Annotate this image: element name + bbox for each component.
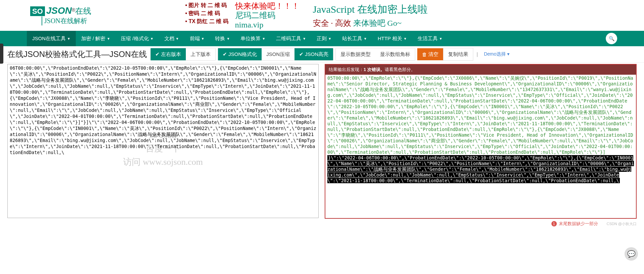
- json-highlight-button[interactable]: ✔JSON高亮: [294, 48, 333, 60]
- input-textarea[interactable]: 06T00:00:00\",\"ProbationEndDate\":\"202…: [8, 64, 318, 219]
- site-logo[interactable]: SO JSON®在线 JSON在线解析: [30, 5, 91, 25]
- nav-life[interactable]: 生活工具▼: [412, 31, 448, 46]
- caret-down-icon: ▼: [201, 37, 205, 41]
- error-count-badge: 1: [551, 221, 557, 226]
- caret-down-icon: ▼: [226, 37, 230, 41]
- slogan-l2: 尼玛二维码: [235, 11, 300, 20]
- logo-reg: ®: [72, 7, 75, 13]
- caret-down-icon: ▼: [150, 37, 154, 41]
- caret-down-icon: ▼: [67, 37, 70, 41]
- output-text[interactable]: 05T00:00:00\",\"EmpRole\":\"\"},{\"EmpCo…: [325, 75, 636, 218]
- footer-error: 1 末尾数据缺少一部分 CSDN @小狄大口: [0, 221, 644, 227]
- nav-convert[interactable]: 转换▼: [210, 31, 235, 46]
- top-banner: SO JSON®在线 JSON在线解析 图片 转 二 维 码 密码 二 维 码 …: [0, 0, 644, 31]
- search-icon: 🔍: [609, 36, 614, 41]
- banner-bullets: 图片 转 二 维 码 密码 二 维 码 TX 防红 二 维 码: [185, 1, 228, 25]
- caret-down-icon: ▼: [364, 37, 367, 41]
- caret-down-icon: ▼: [107, 37, 110, 41]
- nav-docs[interactable]: 文档▼: [159, 31, 184, 46]
- nav-encrypt[interactable]: 加密 / 解密▼: [76, 31, 115, 46]
- nav-webmaster[interactable]: 站长工具▼: [337, 31, 372, 46]
- check-icon: ✔: [155, 51, 160, 57]
- csdn-watermark: CSDN @小狄大口: [607, 221, 637, 226]
- copy-result-button[interactable]: 复制结果: [443, 48, 473, 61]
- caret-down-icon: ▾: [507, 51, 509, 57]
- caret-down-icon: ▼: [328, 37, 331, 41]
- page-title: 在线JSON校验格式化工具—JSON在线: [7, 49, 147, 60]
- nav-compress[interactable]: 压缩 /格式化▼: [115, 31, 159, 46]
- nav-qrcode[interactable]: 二维码工具▼: [271, 31, 311, 46]
- show-types-button[interactable]: 显示数据类型: [336, 48, 375, 60]
- editor-panels: so Json 百度一下 访问 www.sojson.com 06T00:00:…: [0, 63, 644, 221]
- demo-select[interactable]: Demo选择 ▾: [484, 51, 509, 57]
- logo-json: JSON: [46, 5, 72, 16]
- check-icon: ✔: [223, 51, 227, 57]
- side-drawer-handle[interactable]: [0, 44, 3, 64]
- caret-down-icon: ▼: [404, 37, 407, 41]
- caret-down-icon: ▼: [439, 37, 442, 41]
- check-icon: ✔: [299, 51, 304, 57]
- error-message: 末尾数据缺少一部分: [559, 221, 598, 227]
- show-brackets-button[interactable]: 显示数组角标: [375, 48, 415, 60]
- nav-unit[interactable]: 单位换算▼: [235, 31, 271, 46]
- banner-slogan: 快来体验吧！！！ 尼玛二维码 nima.vip: [235, 1, 300, 29]
- output-error-part: }\":\"2022-04-06T00:00:00\",\"ProbationE…: [327, 155, 634, 183]
- output-valid-part: 05T00:00:00\",\"EmpRole\":\"\"},{\"EmpCo…: [327, 75, 633, 155]
- nav-search-button[interactable]: 🔍: [606, 33, 617, 44]
- slogan-l3: nima.vip: [235, 20, 300, 29]
- banner-right-s2: 来体验吧 Go~: [351, 19, 401, 27]
- caret-down-icon: ▼: [262, 37, 265, 41]
- logo-box: SO: [30, 6, 45, 16]
- slogan-l1: 快来体验吧！！！: [235, 2, 300, 10]
- toolbar: 在线JSON校验格式化工具—JSON在线 ✔左右版本 上下版本 ✔JSON格式化…: [0, 46, 644, 63]
- nav-json-tools[interactable]: JSON在线工具▼: [27, 31, 76, 46]
- nav-regex[interactable]: 正则▼: [311, 31, 337, 46]
- caret-down-icon: ▼: [176, 37, 179, 41]
- trash-icon: 🗑: [422, 52, 427, 57]
- nav-frontend[interactable]: 前端▼: [184, 31, 210, 46]
- json-compress-button[interactable]: JSON压缩: [262, 48, 294, 60]
- json-format-button[interactable]: ✔JSON格式化: [218, 48, 262, 60]
- banner-right-s1: 安全 · 高效: [313, 19, 351, 27]
- main-nav: JSON在线工具▼ 加密 / 解密▼ 压缩 /格式化▼ 文档▼ 前端▼ 转换▼ …: [0, 31, 644, 46]
- caret-down-icon: ▼: [303, 37, 306, 41]
- bullet-3[interactable]: TX 防红 二 维 码: [185, 17, 228, 25]
- input-panel[interactable]: so Json 百度一下 访问 www.sojson.com 06T00:00:…: [7, 64, 319, 218]
- error-bar: 结果输出后发现：1 次错误。请看黑色部分。: [325, 65, 636, 75]
- logo-subtitle: JSON在线解析: [42, 16, 91, 25]
- logo-cn: 在线: [75, 6, 91, 15]
- nav-http[interactable]: HTTP 相关▼: [372, 31, 412, 46]
- layout-lr-button[interactable]: ✔左右版本: [151, 48, 186, 60]
- banner-middle: 图片 转 二 维 码 密码 二 维 码 TX 防红 二 维 码 快来体验吧！！！…: [185, 1, 299, 29]
- bullet-1[interactable]: 图片 转 二 维 码: [185, 1, 228, 9]
- toolbar-divider: |: [477, 52, 478, 57]
- banner-right-title: JavaScript 在线加密上线啦: [313, 3, 428, 16]
- banner-right[interactable]: JavaScript 在线加密上线啦 安全 · 高效 来体验吧 Go~: [313, 3, 428, 28]
- bullet-2[interactable]: 密码 二 维 码: [185, 9, 228, 17]
- output-panel: 结果输出后发现：1 次错误。请看黑色部分。 05T00:00:00\",\"Em…: [325, 64, 637, 219]
- clear-button[interactable]: 🗑清空: [417, 48, 443, 60]
- layout-ud-button[interactable]: 上下版本: [186, 48, 215, 60]
